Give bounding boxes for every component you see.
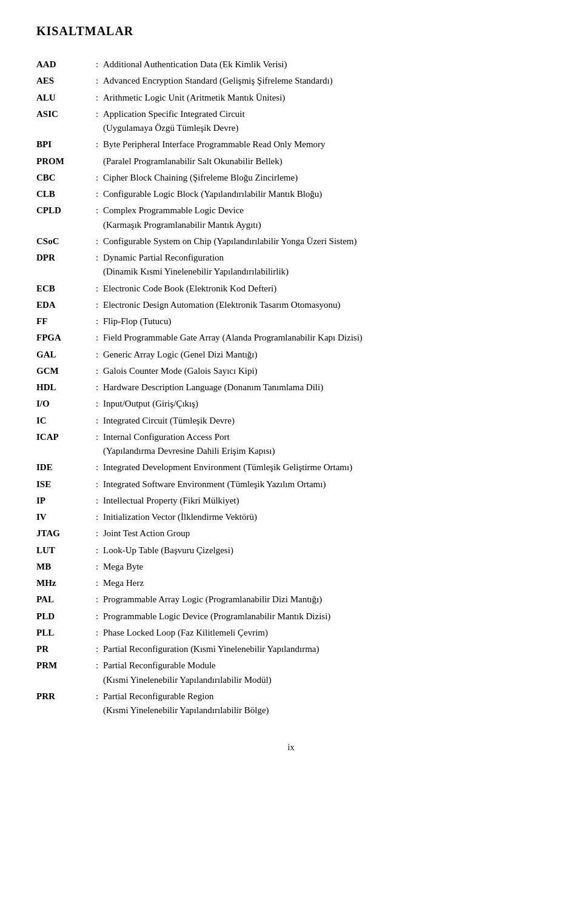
abbreviation: ASIC xyxy=(36,106,91,137)
abbreviation: ECB xyxy=(36,281,91,297)
list-item: PAL:Programmable Array Logic (Programlan… xyxy=(36,591,546,608)
colon-separator: : xyxy=(91,297,103,313)
colon-separator: : xyxy=(91,509,103,525)
list-item: PLD:Programmable Logic Device (Programla… xyxy=(36,608,546,625)
abbreviation: ISE xyxy=(36,476,91,493)
abbreviation: LUT xyxy=(36,542,91,559)
colon-separator: : xyxy=(91,136,103,153)
list-item: CSoC:Configurable System on Chip (Yapıla… xyxy=(36,233,546,250)
list-item: I/O:Input/Output (Giriş/Çıkış) xyxy=(36,396,546,412)
definition: Electronic Code Book (Elektronik Kod Def… xyxy=(103,281,546,297)
abbreviation: DPR xyxy=(36,250,91,281)
definition: Galois Counter Mode (Galois Sayıcı Kipi) xyxy=(103,363,546,379)
colon-separator: : xyxy=(91,106,103,137)
colon-separator: : xyxy=(91,525,103,542)
abbreviation: EDA xyxy=(36,297,91,313)
abbreviation: CPLD xyxy=(36,202,91,233)
definition: Electronic Design Automation (Elektronik… xyxy=(103,297,546,313)
list-item: GAL:Generic Array Logic (Genel Dizi Mant… xyxy=(36,347,546,363)
list-item: IC:Integrated Circuit (Tümleşik Devre) xyxy=(36,413,546,429)
colon-separator: : xyxy=(91,625,103,641)
abbreviation: HDL xyxy=(36,379,91,396)
abbreviation: I/O xyxy=(36,396,91,412)
list-item: EDA:Electronic Design Automation (Elektr… xyxy=(36,297,546,313)
abbreviation: ICAP xyxy=(36,429,91,460)
colon-separator: : xyxy=(91,493,103,509)
colon-separator: : xyxy=(91,330,103,346)
list-item: GCM:Galois Counter Mode (Galois Sayıcı K… xyxy=(36,363,546,379)
abbreviation: GAL xyxy=(36,347,91,363)
definition: Partial Reconfiguration (Kısmi Yineleneb… xyxy=(103,641,546,657)
colon-separator: : xyxy=(91,90,103,106)
list-item: ECB:Electronic Code Book (Elektronik Kod… xyxy=(36,281,546,297)
page-number: ix xyxy=(36,743,546,753)
colon-separator: : xyxy=(91,347,103,363)
definition: Intellectual Property (Fikri Mülkiyet) xyxy=(103,493,546,509)
definition: Look-Up Table (Başvuru Çizelgesi) xyxy=(103,542,546,559)
abbreviation: PR xyxy=(36,641,91,657)
abbreviation: AES xyxy=(36,73,91,89)
abbreviation: FPGA xyxy=(36,330,91,346)
abbreviation: MHz xyxy=(36,575,91,591)
definition: Dynamic Partial Reconfiguration(Dinamik … xyxy=(103,250,546,281)
list-item: FPGA:Field Programmable Gate Array (Alan… xyxy=(36,330,546,346)
colon-separator: : xyxy=(91,73,103,89)
colon-separator: : xyxy=(91,476,103,493)
abbreviation: CBC xyxy=(36,170,91,186)
definition: Programmable Logic Device (Programlanabi… xyxy=(103,608,546,625)
definition: Generic Array Logic (Genel Dizi Mantığı) xyxy=(103,347,546,363)
definition: Phase Locked Loop (Faz Kilitlemeli Çevri… xyxy=(103,625,546,641)
abbreviation: AAD xyxy=(36,56,91,73)
abbreviation: PLD xyxy=(36,608,91,625)
colon-separator: : xyxy=(91,429,103,460)
colon-separator: : xyxy=(91,641,103,657)
list-item: ALU:Arithmetic Logic Unit (Aritmetik Man… xyxy=(36,90,546,106)
colon-separator: : xyxy=(91,233,103,250)
abbreviation: PLL xyxy=(36,625,91,641)
abbreviation: MB xyxy=(36,559,91,575)
abbreviation: GCM xyxy=(36,363,91,379)
colon-separator: : xyxy=(91,542,103,559)
colon-separator: : xyxy=(91,379,103,396)
definition: Additional Authentication Data (Ek Kimli… xyxy=(103,56,546,73)
list-item: CLB:Configurable Logic Block (Yapılandır… xyxy=(36,186,546,202)
list-item: PRR:Partial Reconfigurable Region(Kısmi … xyxy=(36,688,546,719)
definition: Application Specific Integrated Circuit(… xyxy=(103,106,546,137)
definition: Configurable System on Chip (Yapılandırı… xyxy=(103,233,546,250)
list-item: LUT:Look-Up Table (Başvuru Çizelgesi) xyxy=(36,542,546,559)
list-item: JTAG:Joint Test Action Group xyxy=(36,525,546,542)
abbreviation: JTAG xyxy=(36,525,91,542)
abbreviation: IC xyxy=(36,413,91,429)
abbreviation: BPI xyxy=(36,136,91,153)
definition: Mega Byte xyxy=(103,559,546,575)
definition: Advanced Encryption Standard (Gelişmiş Ş… xyxy=(103,73,546,89)
colon-separator: : xyxy=(91,688,103,719)
colon-separator: : xyxy=(91,608,103,625)
definition: Input/Output (Giriş/Çıkış) xyxy=(103,396,546,412)
abbreviation: CSoC xyxy=(36,233,91,250)
abbreviation: PRR xyxy=(36,688,91,719)
list-item: ASIC:Application Specific Integrated Cir… xyxy=(36,106,546,137)
definition: Joint Test Action Group xyxy=(103,525,546,542)
definition: Partial Reconfigurable Region(Kısmi Yine… xyxy=(103,688,546,719)
list-item: CPLD:Complex Programmable Logic Device(K… xyxy=(36,202,546,233)
definition: Integrated Software Environment (Tümleşi… xyxy=(103,476,546,493)
list-item: MHz:Mega Herz xyxy=(36,575,546,591)
colon-separator: : xyxy=(91,657,103,688)
abbreviations-table: AAD:Additional Authentication Data (Ek K… xyxy=(36,56,546,719)
list-item: DPR:Dynamic Partial Reconfiguration(Dina… xyxy=(36,250,546,281)
abbreviation: CLB xyxy=(36,186,91,202)
list-item: AES:Advanced Encryption Standard (Gelişm… xyxy=(36,73,546,89)
list-item: PR:Partial Reconfiguration (Kısmi Yinele… xyxy=(36,641,546,657)
definition: Mega Herz xyxy=(103,575,546,591)
definition: Integrated Development Environment (Tüml… xyxy=(103,459,546,476)
colon-separator xyxy=(91,153,103,170)
definition: Programmable Array Logic (Programlanabil… xyxy=(103,591,546,608)
definition: Arithmetic Logic Unit (Aritmetik Mantık … xyxy=(103,90,546,106)
list-item: HDL:Hardware Description Language (Donan… xyxy=(36,379,546,396)
colon-separator: : xyxy=(91,413,103,429)
abbreviation: ALU xyxy=(36,90,91,106)
list-item: FF:Flip-Flop (Tutucu) xyxy=(36,313,546,330)
abbreviation: PROM xyxy=(36,153,91,170)
colon-separator: : xyxy=(91,591,103,608)
